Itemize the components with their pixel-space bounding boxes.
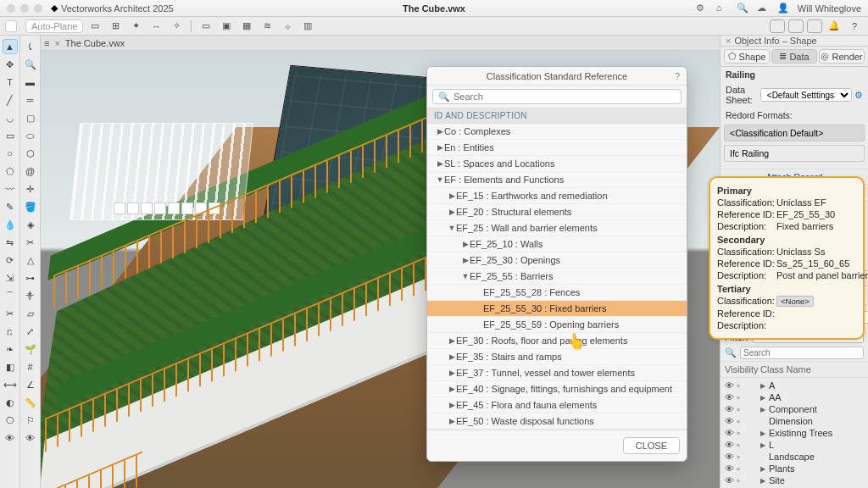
pan-tool[interactable]: ✥ (3, 57, 18, 72)
dims-tool[interactable]: ⟷ (3, 377, 18, 392)
snap-toggle-3[interactable] (807, 19, 822, 33)
connect-tool[interactable]: ⊶ (23, 270, 38, 286)
tree-row[interactable]: EF_25_55_30 : Fixed barriers (427, 301, 687, 317)
disclosure-icon[interactable]: ▶ (760, 394, 769, 402)
class-row[interactable]: 👁◦▶Component (721, 403, 868, 415)
tab-menu-icon[interactable]: ≡ (44, 38, 49, 48)
visibility-grey-icon[interactable]: ◦ (737, 404, 748, 414)
freehand-tool[interactable]: ✎ (3, 199, 18, 214)
rotate-tool[interactable]: ⟳ (3, 252, 18, 268)
class-row[interactable]: 👁◦▶A (721, 380, 868, 391)
class-row[interactable]: 👁◦Landscape (721, 451, 868, 463)
tree-row[interactable]: ▶Co : Complexes (427, 124, 687, 140)
shear-tool[interactable]: ▱ (23, 306, 38, 321)
visibility-eye-icon[interactable]: 👁 (725, 452, 737, 462)
tool-mode-3[interactable]: ✦ (127, 19, 144, 34)
visibility-eye-icon[interactable]: 👁 (725, 380, 737, 391)
tree-row[interactable]: ▶EF_20 : Structural elements (427, 204, 687, 220)
attribute-tool[interactable]: ◧ (3, 359, 18, 374)
snap-toggle-1[interactable] (770, 19, 785, 33)
bell-icon[interactable]: 🔔 (826, 19, 843, 34)
tab-shape[interactable]: ⬠Shape (724, 49, 770, 64)
visibility-eye-icon[interactable]: 👁 (725, 404, 737, 414)
visibility-eye-icon[interactable]: 👁 (725, 463, 737, 474)
disclosure-icon[interactable]: ▼ (448, 224, 456, 232)
tree-row[interactable]: EF_25_55_28 : Fences (427, 285, 687, 301)
bucket-tool[interactable]: 🪣 (23, 199, 38, 214)
user-name[interactable]: Will Whiteglove (798, 3, 861, 14)
disclosure-icon[interactable]: ▶ (760, 465, 769, 473)
visibility-eye-icon[interactable]: 👁 (725, 428, 737, 438)
tab-data[interactable]: ≣Data (771, 49, 817, 64)
tree-row[interactable]: ▶En : Entities (427, 140, 687, 156)
disclosure-icon[interactable]: ▶ (436, 159, 444, 168)
tertiary-none[interactable]: <None> (776, 296, 814, 307)
line-tool[interactable]: ╱ (3, 92, 18, 108)
disclosure-icon[interactable]: ▶ (436, 143, 444, 152)
locus-tool[interactable]: ✛ (23, 181, 38, 197)
flyover-tool[interactable]: ⤹ (23, 39, 38, 54)
tool-mode-2[interactable]: ⊞ (107, 19, 124, 34)
regular-poly-tool[interactable]: ⬡ (23, 146, 38, 161)
tool-mode-5[interactable]: ✧ (168, 19, 185, 34)
search-icon[interactable]: 🔍 (737, 3, 748, 14)
tree-row[interactable]: ▶EF_50 : Waste disposal functions (427, 413, 687, 430)
clip-tool[interactable]: ✂ (23, 235, 38, 250)
disclosure-icon[interactable]: ▶ (461, 256, 470, 264)
visibility-grey-icon[interactable]: ◦ (737, 475, 748, 485)
document-tab[interactable]: The Cube.vwx (65, 38, 125, 48)
class-row[interactable]: 👁◦▶AA (721, 391, 868, 403)
wall-tool[interactable]: ▬ (23, 75, 38, 90)
class-row[interactable]: 👁◦▶L (721, 439, 868, 451)
visibility-eye-icon[interactable]: 👁 (725, 416, 737, 426)
window-controls[interactable] (7, 4, 42, 13)
disclosure-icon[interactable]: ▼ (461, 272, 470, 280)
visibility-tool[interactable]: 👁 (3, 430, 18, 446)
class-row[interactable]: 👁◦▶Existinng Trees (721, 427, 868, 439)
dialog-help-icon[interactable]: ? (675, 71, 680, 81)
callout-tool[interactable]: ⎔ (3, 413, 18, 428)
visibility-eye-icon[interactable]: 👁 (725, 440, 737, 450)
rounded-rect-tool[interactable]: ▢ (23, 110, 38, 125)
visibility-grey-icon[interactable]: ◦ (737, 416, 748, 426)
class-row[interactable]: 👁◦Dimension (721, 415, 868, 427)
reshape-tool[interactable]: ◈ (23, 217, 38, 232)
data-sheet-settings-icon[interactable]: ⚙ (854, 90, 863, 101)
close-panel-icon[interactable]: × (726, 36, 731, 46)
protractor-tool[interactable]: ◐ (3, 395, 18, 410)
close-tab-icon[interactable]: × (54, 38, 59, 48)
tree-row[interactable]: ▶EF_40 : Signage, fittings, furnishings … (427, 381, 687, 397)
gear-icon[interactable]: ⚙ (696, 3, 708, 14)
disclosure-icon[interactable]: ▶ (448, 385, 456, 393)
plant-tool[interactable]: 🌱 (23, 341, 38, 357)
tool-mode-8[interactable]: ▦ (238, 19, 255, 34)
stake-tool[interactable]: ⚐ (23, 413, 38, 428)
visibility-eye-icon[interactable]: 👁 (725, 475, 737, 485)
visibility-grey-icon[interactable]: ◦ (737, 463, 748, 474)
tree-row[interactable]: EF_25_55_59 : Opening barriers (427, 317, 687, 333)
rect-tool[interactable]: ▭ (3, 128, 18, 143)
tool-mode-4[interactable]: ↔ (147, 19, 164, 34)
spiral-tool[interactable]: @ (23, 164, 38, 179)
leaf-tool[interactable]: ❧ (3, 341, 18, 357)
autoplane-button[interactable]: Auto-Plane (25, 19, 83, 33)
disclosure-icon[interactable]: ▶ (760, 406, 769, 413)
tree-row[interactable]: ▼EF : Elements and Functions (427, 172, 687, 188)
scale-tool[interactable]: ⤢ (23, 324, 38, 339)
record-item-0[interactable]: <Classification Default> (724, 125, 865, 141)
tool-mode-7[interactable]: ▣ (218, 19, 235, 34)
visibility-eye-icon[interactable]: 👁 (725, 392, 737, 402)
grade-tool[interactable]: ∠ (23, 377, 38, 392)
help-icon[interactable]: ? (846, 19, 863, 34)
tree-row[interactable]: ▶EF_30 : Roofs, floor and paving element… (427, 333, 687, 349)
disclosure-icon[interactable]: ▶ (436, 127, 444, 136)
tree-row[interactable]: ▶EF_37 : Tunnel, vessel and tower elemen… (427, 365, 687, 381)
close-button[interactable]: CLOSE (623, 437, 680, 454)
split-tool[interactable]: ⎌ (3, 324, 18, 339)
disclosure-icon[interactable]: ▶ (760, 430, 769, 437)
home-icon[interactable]: ⌂ (716, 3, 728, 14)
record-item-1[interactable]: Ifc Railing (724, 145, 865, 162)
polygon-tool[interactable]: ⬠ (3, 164, 18, 179)
user-icon[interactable]: 👤 (777, 3, 789, 14)
class-row[interactable]: 👁◦▶Site (721, 474, 868, 486)
